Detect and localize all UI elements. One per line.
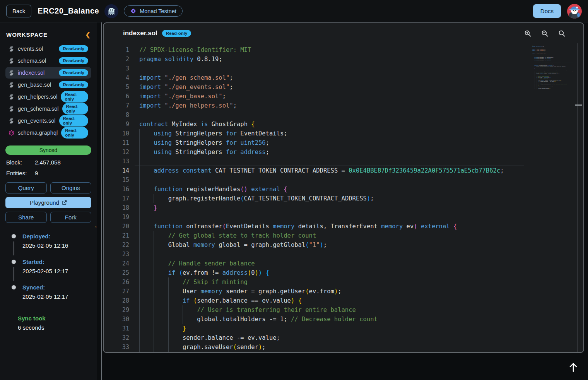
sidebar-file-schema-graphql[interactable]: schema.graphqlRead-only bbox=[5, 127, 91, 139]
fork-button[interactable]: Fork bbox=[50, 212, 92, 223]
indent-guide bbox=[154, 250, 168, 259]
collapse-sidebar-icon[interactable]: ❮ bbox=[85, 31, 91, 38]
line-number: 33 bbox=[104, 342, 129, 352]
line-number: 17 bbox=[104, 194, 129, 203]
code-viewport: 1// SPDX-License-Identifier: MIT2pragma … bbox=[104, 43, 583, 352]
code-line: 2pragma solidity 0.8.19; bbox=[104, 55, 583, 64]
readonly-badge: Read-only bbox=[62, 103, 88, 115]
indent-guide bbox=[139, 129, 154, 138]
line-number: 30 bbox=[104, 315, 129, 324]
sidebar-file-schema-sol[interactable]: schema.solRead-only bbox=[5, 55, 91, 67]
indent-guide bbox=[139, 138, 154, 147]
indent-guide bbox=[139, 296, 154, 305]
solidity-file-icon bbox=[9, 46, 14, 52]
docs-button[interactable]: Docs bbox=[533, 4, 561, 18]
line-number: 12 bbox=[104, 147, 129, 157]
query-button[interactable]: Query bbox=[5, 182, 47, 193]
zoom-in-icon[interactable] bbox=[524, 30, 532, 37]
line-number: 23 bbox=[104, 250, 129, 259]
line-number: 25 bbox=[104, 268, 129, 277]
main-content: indexer.sol Read-only bbox=[102, 22, 588, 380]
origins-button[interactable]: Origins bbox=[50, 182, 92, 193]
scrollbar-thumb[interactable] bbox=[575, 104, 582, 106]
sidebar-resize-handle[interactable]: → ← bbox=[97, 22, 102, 380]
indent-guide bbox=[154, 324, 168, 333]
code-line: 32sender.balance -= ev.value; bbox=[104, 333, 583, 342]
line-content: address constant CAT_TESTNET_TOKEN_CONTR… bbox=[129, 166, 504, 175]
line-number: 15 bbox=[104, 175, 129, 185]
editor-filename: indexer.sol bbox=[123, 29, 157, 37]
line-content: contract MyIndex is GhostGraph { bbox=[129, 120, 255, 129]
code-line: 24// Handle sender balance bbox=[104, 259, 583, 268]
code-line: 3 bbox=[104, 64, 583, 73]
page-title: ERC20_Balance bbox=[38, 7, 99, 15]
code-line: 23 bbox=[104, 250, 583, 259]
indent-guide bbox=[154, 268, 168, 277]
timeline-label: Started: bbox=[22, 258, 91, 265]
indent-guide bbox=[139, 259, 154, 268]
code-line: 4import "./gen_schema.sol"; bbox=[104, 73, 583, 82]
code-line: 1// SPDX-License-Identifier: MIT bbox=[104, 45, 583, 55]
indent-guide bbox=[139, 175, 154, 185]
indent-guide bbox=[154, 296, 168, 305]
line-content: // Handle sender balance bbox=[129, 259, 255, 268]
file-name: schema.sol bbox=[18, 58, 46, 64]
solidity-file-icon bbox=[9, 94, 14, 100]
file-name: gen_schema.sol bbox=[18, 106, 59, 112]
timeline-dot bbox=[12, 260, 16, 264]
line-number: 19 bbox=[104, 212, 129, 222]
indent-guide bbox=[154, 315, 168, 324]
line-content bbox=[129, 64, 139, 73]
sidebar-file-gen_base-sol[interactable]: gen_base.solRead-only bbox=[5, 79, 91, 91]
code-line: 13 bbox=[104, 157, 583, 166]
minimap[interactable]: 1// SPDX-License-Identifier: MIT2pragma … bbox=[531, 45, 573, 96]
code-line: 27User memory sender = graph.getUser(ev.… bbox=[104, 287, 583, 296]
file-name: events.sol bbox=[18, 46, 43, 52]
indent-guide bbox=[139, 147, 154, 157]
sidebar-file-gen_events-sol[interactable]: gen_events.solRead-only bbox=[5, 115, 91, 127]
sidebar-file-gen_schema-sol[interactable]: gen_schema.solRead-only bbox=[5, 103, 91, 115]
scroll-to-top-button[interactable] bbox=[566, 360, 581, 375]
zoom-out-icon[interactable] bbox=[541, 30, 549, 37]
code-line: 15 bbox=[104, 175, 583, 185]
timeline-connector bbox=[14, 267, 14, 281]
line-content: using StringHelpers for EventDetails; bbox=[129, 129, 287, 138]
line-content: graph.registerHandle(CAT_TESTNET_TOKEN_C… bbox=[129, 194, 374, 203]
sidebar-file-events-sol[interactable]: events.solRead-only bbox=[5, 43, 91, 55]
code-line: 28if (sender.balance == ev.value) { bbox=[104, 296, 583, 305]
share-button[interactable]: Share bbox=[5, 212, 47, 223]
code-line: 25if (ev.from != address(0)) { bbox=[104, 268, 583, 277]
code-line: 18} bbox=[104, 203, 583, 212]
network-badge[interactable]: Monad Testnet bbox=[124, 5, 183, 17]
search-icon[interactable] bbox=[558, 30, 566, 37]
code-line: 5import "./gen_events.sol"; bbox=[104, 82, 583, 92]
line-content: // Get global state to track holder coun… bbox=[129, 231, 316, 240]
line-content: if (ev.from != address(0)) { bbox=[129, 268, 269, 277]
sync-took-value: 6 seconds bbox=[18, 324, 91, 331]
line-content: global.totalHolders -= 1; // Decrease ho… bbox=[129, 315, 378, 324]
indent-guide bbox=[139, 305, 154, 315]
code-line: 10using StringHelpers for EventDetails; bbox=[104, 129, 583, 138]
entities-value: 9 bbox=[35, 170, 38, 176]
block-label: Block: bbox=[6, 159, 35, 166]
line-content: if (sender.balance == ev.value) { bbox=[129, 296, 302, 305]
timeline-item: Started:2025-02-05 12:17 bbox=[5, 258, 91, 284]
line-number: 6 bbox=[104, 92, 129, 101]
user-avatar[interactable] bbox=[567, 4, 582, 19]
line-content: import "./gen_base.sol"; bbox=[129, 92, 226, 101]
back-button[interactable]: Back bbox=[6, 5, 31, 17]
line-number: 8 bbox=[104, 110, 129, 120]
code-line: 11using StringHelpers for uint256; bbox=[104, 138, 583, 147]
sidebar-file-gen_helpers-sol[interactable]: gen_helpers.solRead-only bbox=[5, 91, 91, 103]
timeline-date: 2025-02-05 12:17 bbox=[22, 268, 91, 274]
playground-button[interactable]: Playground bbox=[5, 197, 91, 208]
line-content: // User is transferring their entire bal… bbox=[129, 305, 356, 315]
indent-guide bbox=[154, 277, 168, 287]
sidebar-file-indexer-sol[interactable]: indexer.solRead-only bbox=[5, 67, 91, 79]
code-line: 31} bbox=[104, 324, 583, 333]
line-number: 1 bbox=[104, 45, 129, 55]
indent-guide bbox=[139, 222, 154, 231]
line-content: Global memory global = graph.getGlobal("… bbox=[129, 240, 327, 250]
line-content: } bbox=[129, 324, 186, 333]
indent-guide bbox=[139, 212, 154, 222]
